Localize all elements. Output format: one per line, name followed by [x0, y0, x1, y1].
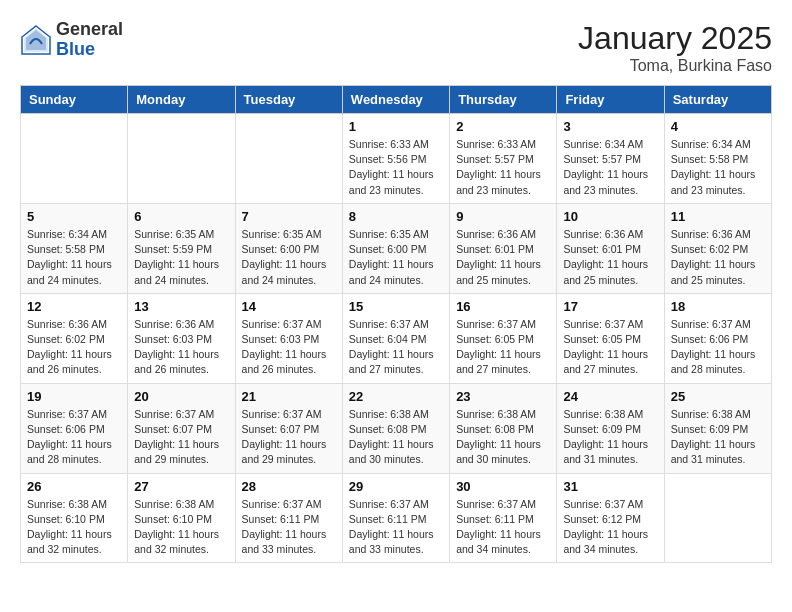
day-number: 25 [671, 389, 765, 404]
calendar-day-cell: 30Sunrise: 6:37 AMSunset: 6:11 PMDayligh… [450, 473, 557, 563]
day-info: Sunrise: 6:38 AMSunset: 6:08 PMDaylight:… [456, 407, 550, 468]
day-info: Sunrise: 6:35 AMSunset: 6:00 PMDaylight:… [242, 227, 336, 288]
day-number: 7 [242, 209, 336, 224]
weekday-header: Wednesday [342, 86, 449, 114]
calendar-day-cell: 10Sunrise: 6:36 AMSunset: 6:01 PMDayligh… [557, 203, 664, 293]
calendar-day-cell [128, 114, 235, 204]
calendar-day-cell: 28Sunrise: 6:37 AMSunset: 6:11 PMDayligh… [235, 473, 342, 563]
day-number: 28 [242, 479, 336, 494]
day-info: Sunrise: 6:34 AMSunset: 5:58 PMDaylight:… [671, 137, 765, 198]
calendar-day-cell: 13Sunrise: 6:36 AMSunset: 6:03 PMDayligh… [128, 293, 235, 383]
day-number: 16 [456, 299, 550, 314]
day-number: 2 [456, 119, 550, 134]
calendar-day-cell: 6Sunrise: 6:35 AMSunset: 5:59 PMDaylight… [128, 203, 235, 293]
day-info: Sunrise: 6:37 AMSunset: 6:06 PMDaylight:… [27, 407, 121, 468]
day-number: 23 [456, 389, 550, 404]
day-info: Sunrise: 6:37 AMSunset: 6:07 PMDaylight:… [134, 407, 228, 468]
day-info: Sunrise: 6:36 AMSunset: 6:01 PMDaylight:… [563, 227, 657, 288]
day-info: Sunrise: 6:37 AMSunset: 6:06 PMDaylight:… [671, 317, 765, 378]
day-number: 21 [242, 389, 336, 404]
calendar-day-cell: 12Sunrise: 6:36 AMSunset: 6:02 PMDayligh… [21, 293, 128, 383]
day-info: Sunrise: 6:35 AMSunset: 6:00 PMDaylight:… [349, 227, 443, 288]
day-info: Sunrise: 6:38 AMSunset: 6:10 PMDaylight:… [134, 497, 228, 558]
day-number: 13 [134, 299, 228, 314]
day-number: 17 [563, 299, 657, 314]
day-info: Sunrise: 6:37 AMSunset: 6:05 PMDaylight:… [456, 317, 550, 378]
calendar-day-cell: 19Sunrise: 6:37 AMSunset: 6:06 PMDayligh… [21, 383, 128, 473]
logo-general: General [56, 20, 123, 40]
calendar-body: 1Sunrise: 6:33 AMSunset: 5:56 PMDaylight… [21, 114, 772, 563]
weekday-header: Tuesday [235, 86, 342, 114]
weekday-header: Thursday [450, 86, 557, 114]
day-info: Sunrise: 6:37 AMSunset: 6:11 PMDaylight:… [242, 497, 336, 558]
day-number: 26 [27, 479, 121, 494]
calendar-day-cell: 20Sunrise: 6:37 AMSunset: 6:07 PMDayligh… [128, 383, 235, 473]
calendar-day-cell: 4Sunrise: 6:34 AMSunset: 5:58 PMDaylight… [664, 114, 771, 204]
calendar-day-cell: 24Sunrise: 6:38 AMSunset: 6:09 PMDayligh… [557, 383, 664, 473]
logo-blue: Blue [56, 40, 123, 60]
day-info: Sunrise: 6:38 AMSunset: 6:09 PMDaylight:… [671, 407, 765, 468]
day-number: 12 [27, 299, 121, 314]
month-title: January 2025 [578, 20, 772, 57]
weekday-header: Saturday [664, 86, 771, 114]
calendar-day-cell: 7Sunrise: 6:35 AMSunset: 6:00 PMDaylight… [235, 203, 342, 293]
day-info: Sunrise: 6:37 AMSunset: 6:03 PMDaylight:… [242, 317, 336, 378]
calendar-day-cell: 23Sunrise: 6:38 AMSunset: 6:08 PMDayligh… [450, 383, 557, 473]
page-header: General Blue January 2025 Toma, Burkina … [20, 20, 772, 75]
day-info: Sunrise: 6:36 AMSunset: 6:02 PMDaylight:… [671, 227, 765, 288]
calendar-day-cell: 15Sunrise: 6:37 AMSunset: 6:04 PMDayligh… [342, 293, 449, 383]
calendar-day-cell: 25Sunrise: 6:38 AMSunset: 6:09 PMDayligh… [664, 383, 771, 473]
calendar-day-cell: 22Sunrise: 6:38 AMSunset: 6:08 PMDayligh… [342, 383, 449, 473]
day-info: Sunrise: 6:37 AMSunset: 6:05 PMDaylight:… [563, 317, 657, 378]
calendar-day-cell: 11Sunrise: 6:36 AMSunset: 6:02 PMDayligh… [664, 203, 771, 293]
day-number: 9 [456, 209, 550, 224]
day-info: Sunrise: 6:36 AMSunset: 6:03 PMDaylight:… [134, 317, 228, 378]
calendar-day-cell: 8Sunrise: 6:35 AMSunset: 6:00 PMDaylight… [342, 203, 449, 293]
day-info: Sunrise: 6:33 AMSunset: 5:57 PMDaylight:… [456, 137, 550, 198]
calendar-week-row: 5Sunrise: 6:34 AMSunset: 5:58 PMDaylight… [21, 203, 772, 293]
day-number: 27 [134, 479, 228, 494]
weekday-row: SundayMondayTuesdayWednesdayThursdayFrid… [21, 86, 772, 114]
calendar-day-cell [664, 473, 771, 563]
calendar-day-cell [235, 114, 342, 204]
day-number: 20 [134, 389, 228, 404]
calendar-day-cell: 18Sunrise: 6:37 AMSunset: 6:06 PMDayligh… [664, 293, 771, 383]
day-info: Sunrise: 6:37 AMSunset: 6:11 PMDaylight:… [349, 497, 443, 558]
day-info: Sunrise: 6:37 AMSunset: 6:07 PMDaylight:… [242, 407, 336, 468]
calendar-day-cell: 5Sunrise: 6:34 AMSunset: 5:58 PMDaylight… [21, 203, 128, 293]
day-info: Sunrise: 6:38 AMSunset: 6:08 PMDaylight:… [349, 407, 443, 468]
day-number: 4 [671, 119, 765, 134]
day-number: 11 [671, 209, 765, 224]
location: Toma, Burkina Faso [578, 57, 772, 75]
day-number: 31 [563, 479, 657, 494]
day-number: 10 [563, 209, 657, 224]
calendar-day-cell: 21Sunrise: 6:37 AMSunset: 6:07 PMDayligh… [235, 383, 342, 473]
calendar-day-cell: 26Sunrise: 6:38 AMSunset: 6:10 PMDayligh… [21, 473, 128, 563]
day-number: 6 [134, 209, 228, 224]
day-info: Sunrise: 6:36 AMSunset: 6:01 PMDaylight:… [456, 227, 550, 288]
day-number: 8 [349, 209, 443, 224]
day-number: 5 [27, 209, 121, 224]
weekday-header: Sunday [21, 86, 128, 114]
calendar-week-row: 12Sunrise: 6:36 AMSunset: 6:02 PMDayligh… [21, 293, 772, 383]
calendar-day-cell: 17Sunrise: 6:37 AMSunset: 6:05 PMDayligh… [557, 293, 664, 383]
weekday-header: Monday [128, 86, 235, 114]
day-info: Sunrise: 6:38 AMSunset: 6:09 PMDaylight:… [563, 407, 657, 468]
day-info: Sunrise: 6:34 AMSunset: 5:57 PMDaylight:… [563, 137, 657, 198]
day-info: Sunrise: 6:37 AMSunset: 6:04 PMDaylight:… [349, 317, 443, 378]
calendar-day-cell: 16Sunrise: 6:37 AMSunset: 6:05 PMDayligh… [450, 293, 557, 383]
logo: General Blue [20, 20, 123, 60]
calendar-day-cell: 9Sunrise: 6:36 AMSunset: 6:01 PMDaylight… [450, 203, 557, 293]
calendar-week-row: 19Sunrise: 6:37 AMSunset: 6:06 PMDayligh… [21, 383, 772, 473]
day-info: Sunrise: 6:33 AMSunset: 5:56 PMDaylight:… [349, 137, 443, 198]
calendar-week-row: 1Sunrise: 6:33 AMSunset: 5:56 PMDaylight… [21, 114, 772, 204]
day-number: 1 [349, 119, 443, 134]
day-number: 3 [563, 119, 657, 134]
calendar-day-cell: 2Sunrise: 6:33 AMSunset: 5:57 PMDaylight… [450, 114, 557, 204]
day-info: Sunrise: 6:36 AMSunset: 6:02 PMDaylight:… [27, 317, 121, 378]
day-number: 22 [349, 389, 443, 404]
calendar-day-cell: 31Sunrise: 6:37 AMSunset: 6:12 PMDayligh… [557, 473, 664, 563]
day-info: Sunrise: 6:37 AMSunset: 6:11 PMDaylight:… [456, 497, 550, 558]
logo-text: General Blue [56, 20, 123, 60]
calendar-day-cell: 29Sunrise: 6:37 AMSunset: 6:11 PMDayligh… [342, 473, 449, 563]
